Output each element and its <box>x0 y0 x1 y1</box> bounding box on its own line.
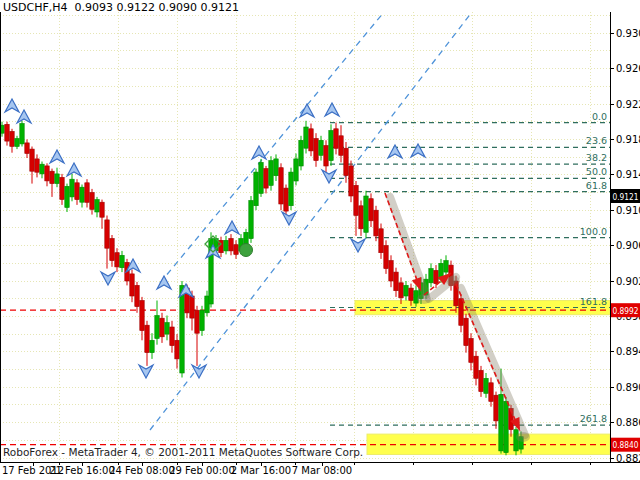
svg-text:29 Feb 00:00: 29 Feb 00:00 <box>169 465 235 476</box>
svg-text:0.9145: 0.9145 <box>616 169 640 180</box>
svg-text:0.8840: 0.8840 <box>613 439 639 450</box>
fibonacci-retracement[interactable]: 0.023.638.250.061.8100.0161.8261.8 <box>330 111 610 426</box>
svg-text:0.9305: 0.9305 <box>616 28 640 39</box>
svg-text:0.8865: 0.8865 <box>616 417 640 428</box>
svg-text:0.8945: 0.8945 <box>616 346 640 357</box>
svg-text:24 Feb 08:00: 24 Feb 08:00 <box>109 465 175 476</box>
chart-title: USDCHF,H4 0.9093 0.9122 0.9090 0.9121 <box>3 1 239 14</box>
chart-frame <box>0 12 640 466</box>
svg-text:0.9121: 0.9121 <box>613 191 639 202</box>
fib-level-label: 23.6 <box>586 135 607 146</box>
svg-text:21 Feb 16:00: 21 Feb 16:00 <box>49 465 115 476</box>
fib-level-label: 261.8 <box>580 413 607 424</box>
svg-text:0.9225: 0.9225 <box>616 99 640 110</box>
svg-text:0.9025: 0.9025 <box>616 276 640 287</box>
svg-text:0.9105: 0.9105 <box>616 205 640 216</box>
svg-text:2 Mar 16:00: 2 Mar 16:00 <box>231 465 291 476</box>
svg-text:0.8992: 0.8992 <box>613 305 639 316</box>
svg-text:0.8905: 0.8905 <box>616 382 640 393</box>
svg-text:0.8825: 0.8825 <box>616 453 640 464</box>
svg-text:7 Mar 08:00: 7 Mar 08:00 <box>292 465 352 476</box>
fib-level-label: 50.0 <box>586 166 607 177</box>
grid-lines <box>0 12 610 462</box>
svg-text:0.9265: 0.9265 <box>616 63 640 74</box>
fib-level-label: 38.2 <box>586 152 607 163</box>
chart-canvas[interactable]: 0.023.638.250.061.8100.0161.8261.80.9305… <box>0 0 640 480</box>
mt4-chart-window: 0.023.638.250.061.8100.0161.8261.80.9305… <box>0 0 640 480</box>
trend-channel[interactable] <box>150 12 472 430</box>
entry-dot-marker <box>240 244 253 257</box>
svg-text:0.9065: 0.9065 <box>616 240 640 251</box>
svg-text:0.9185: 0.9185 <box>616 134 640 145</box>
fib-level-label: 0.0 <box>592 111 607 122</box>
fib-level-label: 61.8 <box>586 180 607 191</box>
fib-level-label: 161.8 <box>580 296 607 307</box>
broker-watermark: RoboForex - MetaTrader 4, © 2001-2011 Me… <box>3 446 363 458</box>
fractal-down-icons <box>101 170 365 378</box>
price-axis-labels: 0.93050.92650.92250.91850.91450.91050.90… <box>616 28 640 464</box>
fib-level-label: 100.0 <box>580 226 607 237</box>
time-axis-labels: 17 Feb 201221 Feb 16:0024 Feb 08:0029 Fe… <box>2 465 352 476</box>
